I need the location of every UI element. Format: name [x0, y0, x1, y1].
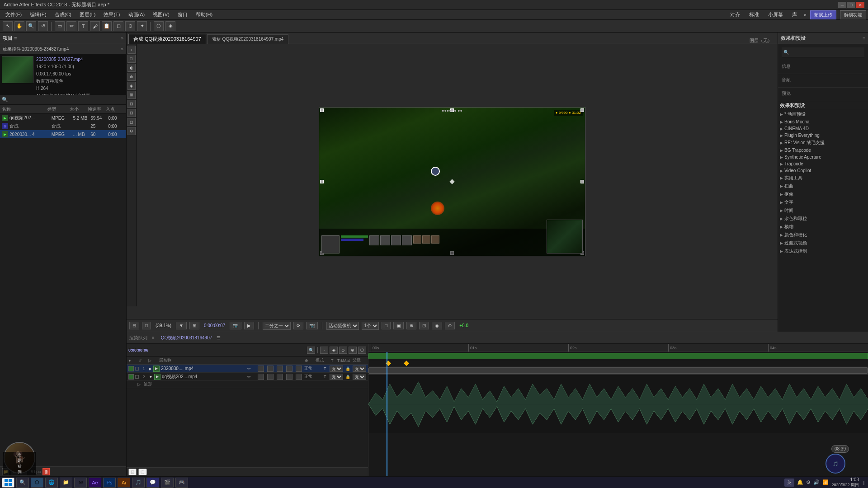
layer-expand-1[interactable]: ▼	[149, 375, 153, 379]
menu-file[interactable]: 文件(F)	[2, 10, 25, 19]
layer-switch4-0[interactable]	[286, 366, 292, 372]
project-item-1[interactable]: ⊞ 合成 合成 25 0:00	[0, 122, 126, 130]
tl-play-btn[interactable]: ⊡	[128, 469, 137, 475]
comp-tab-1[interactable]: 素材 QQ视频20200318164907.mp4	[207, 34, 288, 44]
comp-viewer-area[interactable]: ↕ □ ◐ ⊕ ◈ ⊞ ⊟ ⊡ ◻ ⊙	[127, 44, 778, 319]
taskbar-mail[interactable]: ✉	[74, 478, 87, 488]
taskbar-game[interactable]: 🎮	[175, 478, 188, 488]
effect-cat-utility[interactable]: ▶ 实用工具	[778, 174, 868, 182]
taskbar-tiktok[interactable]: 🎬	[161, 478, 174, 488]
viewer-tool-7[interactable]: ⊟	[127, 100, 136, 108]
layer-switch3-0[interactable]	[277, 366, 283, 372]
wifi-icon[interactable]: 📶	[822, 479, 829, 485]
effect-cat-color[interactable]: ▶ 颜色和校化	[778, 231, 868, 239]
menu-effects[interactable]: 效果(T)	[100, 10, 123, 19]
menu-window[interactable]: 窗口	[174, 10, 191, 19]
track-bar-green-0[interactable]	[368, 353, 868, 359]
parent-select-1[interactable]: 无	[353, 374, 366, 380]
taskbar-ai[interactable]: Ai	[118, 478, 130, 488]
effect-cat-expression[interactable]: ▶ 表达式控制	[778, 247, 868, 255]
notification-icon[interactable]: 🔔	[797, 479, 803, 485]
taskbar-search[interactable]: 🔍	[16, 478, 29, 488]
tool-puppet[interactable]: ✦	[137, 21, 147, 31]
keyframe-diamond[interactable]	[386, 361, 391, 366]
view-btn5[interactable]: ◉	[432, 322, 442, 329]
layer-switch4-1[interactable]	[286, 374, 292, 380]
tool-hand[interactable]: ✋	[14, 21, 24, 31]
trkmat-select-0[interactable]: 无	[330, 366, 343, 372]
framerate-btn[interactable]: ⊙	[339, 347, 347, 354]
layer-solo-0[interactable]	[135, 367, 139, 371]
current-time-display[interactable]: 0:00:00:06	[128, 348, 148, 352]
unlock-button[interactable]: 解锁功能	[840, 10, 866, 19]
effect-cat-noise[interactable]: ▶ 杂色和颗粒	[778, 215, 868, 223]
view-btn3[interactable]: ⊕	[406, 322, 416, 329]
trkmat-select-1[interactable]: 无	[330, 374, 343, 380]
layer-vis-0[interactable]	[128, 366, 134, 371]
taskbar-ae[interactable]: Ae	[89, 478, 101, 488]
tool-extra2[interactable]: ◈	[165, 21, 175, 31]
taskbar-browser[interactable]: 🌐	[45, 478, 58, 488]
snapshot-button[interactable]: 📷	[306, 322, 318, 329]
handle-center[interactable]	[449, 179, 454, 184]
effect-cat-synthetic[interactable]: ▶ Synthetic Aperture	[778, 154, 868, 160]
minimize-button[interactable]: ─	[838, 2, 846, 8]
tool-roto[interactable]: ⊙	[125, 21, 135, 31]
effect-cat-presets[interactable]: ▶ * 动画预设	[778, 110, 868, 118]
search-layers-btn[interactable]: 🔍	[307, 347, 315, 354]
viewer-tool-6[interactable]: ⊞	[127, 91, 136, 99]
layer-solo-1[interactable]	[135, 375, 139, 379]
draft-btn[interactable]: ◦	[320, 347, 328, 354]
preview-button[interactable]: ▶	[244, 322, 254, 329]
viewer-tool-10[interactable]: ⊙	[127, 127, 136, 135]
timer-btn[interactable]: ⊕	[349, 347, 357, 354]
view-select[interactable]: 1个	[362, 322, 379, 330]
camera-icon-btn[interactable]: 📷	[230, 322, 241, 329]
layer-switch2-1[interactable]	[267, 374, 274, 380]
view-btn4[interactable]: ⊡	[419, 322, 429, 329]
layer-switch-1[interactable]	[258, 374, 264, 380]
taskbar-file[interactable]: 📁	[60, 478, 72, 488]
tool-text[interactable]: T	[78, 21, 88, 31]
layer-item-1[interactable]: 2 ▼ ▶ qq视频202....mp4 ✏ 正常	[127, 373, 368, 381]
input-lang[interactable]: 英	[784, 479, 794, 487]
comp-tab-0[interactable]: 合成 QQ视频20200318164907	[128, 34, 206, 44]
menu-layer[interactable]: 图层(L)	[76, 10, 99, 19]
menu-animation[interactable]: 动画(A)	[125, 10, 149, 19]
effect-cat-cinema[interactable]: ▶ CINEMA 4D	[778, 125, 868, 132]
tool-brush[interactable]: 🖌	[90, 21, 100, 31]
effect-cat-transition[interactable]: ▶ 过渡式视频	[778, 239, 868, 247]
3d-btn[interactable]: ⬡	[358, 347, 366, 354]
comp-name-tab[interactable]: QQ视频20200318164907	[161, 335, 212, 341]
effect-cat-keying[interactable]: ▶ 抠像	[778, 190, 868, 198]
effects-panel-expand[interactable]: »	[121, 47, 123, 52]
menu-edit[interactable]: 编辑(E)	[26, 10, 50, 19]
parent-select-0[interactable]: 无	[353, 366, 366, 372]
view-btn6[interactable]: ⊙	[445, 322, 455, 329]
handle-tr[interactable]	[580, 108, 584, 112]
taskbar-ps[interactable]: Ps	[103, 478, 116, 488]
handle-ml[interactable]	[320, 180, 324, 183]
pixels-button[interactable]: □	[142, 322, 151, 329]
tool-shape-rect[interactable]: ▭	[55, 21, 65, 31]
layer-switch-0[interactable]	[258, 366, 264, 372]
settings-icon[interactable]: ⚙	[806, 479, 811, 485]
split-select[interactable]: 二分之一	[263, 322, 291, 330]
handle-mr[interactable]	[580, 180, 584, 183]
layer-vis-1[interactable]	[128, 374, 134, 380]
effect-cat-boris[interactable]: ▶ Boris Mocha	[778, 118, 868, 125]
effect-cat-plugin[interactable]: ▶ Plugin Everything	[778, 132, 868, 139]
viewer-tool-9[interactable]: ◻	[127, 118, 136, 126]
maximize-button[interactable]: □	[847, 2, 855, 8]
layer-switch3-1[interactable]	[277, 374, 283, 380]
layer-switch2-0[interactable]	[267, 366, 274, 372]
track-bar-gray-1[interactable]	[368, 367, 868, 374]
viewer-tool-1[interactable]: ↕	[127, 46, 136, 54]
layer-lock-0[interactable]: 🔒	[345, 366, 350, 371]
effect-cat-videocopilot[interactable]: ▶ Video Copilot	[778, 167, 868, 174]
effect-cat-revision[interactable]: ▶ RE: Vision 绒毛支援	[778, 139, 868, 147]
close-button[interactable]: ✕	[856, 2, 864, 8]
zoom-button[interactable]: ▼	[176, 322, 187, 329]
tool-rotate[interactable]: ↺	[38, 21, 48, 31]
taskbar-discord[interactable]: 💬	[146, 478, 159, 488]
